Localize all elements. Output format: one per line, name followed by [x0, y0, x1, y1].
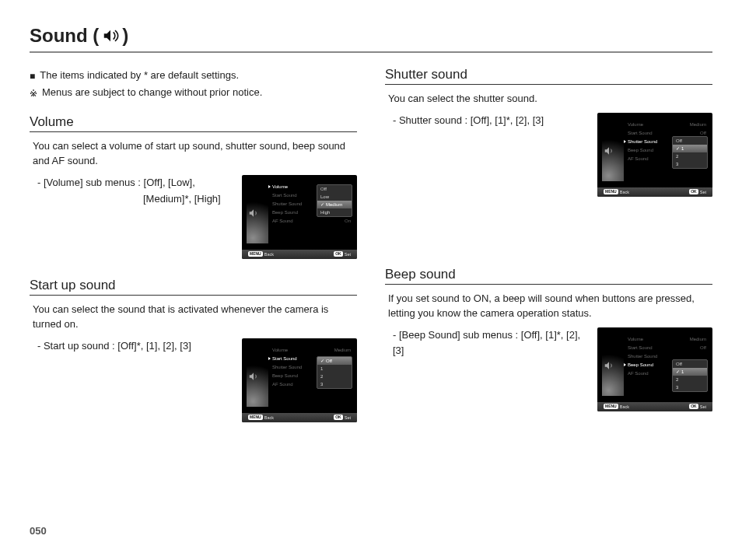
menu-tag: MENU	[248, 415, 263, 420]
submenu-high[interactable]: High	[317, 208, 352, 216]
ok-tag: OK	[689, 404, 698, 409]
submenu-off[interactable]: Off	[673, 137, 707, 145]
speaker-icon	[248, 208, 259, 219]
menu-item-af[interactable]: AF Sound	[624, 369, 657, 378]
menu-footer: MENU Back OK Set	[242, 250, 357, 259]
content-columns: ■ The items indicated by * are default s…	[30, 67, 712, 441]
submenu-3[interactable]: 3	[673, 383, 707, 391]
menu-tag: MENU	[248, 251, 263, 257]
volume-body: You can select a volume of start up soun…	[30, 138, 357, 169]
menu-item-volume[interactable]: Volume	[624, 121, 657, 129]
menu-item-start[interactable]: Start Sound	[624, 129, 657, 138]
square-bullet-icon: ■	[30, 68, 35, 84]
volume-options-l2: [Medium]*, [High]	[30, 191, 234, 208]
submenu-3[interactable]: 3	[673, 160, 707, 168]
menu-right-values: Medium Off	[690, 335, 706, 352]
submenu-off[interactable]: Off	[317, 185, 352, 193]
set-label: Set	[345, 415, 351, 420]
ok-tag: OK	[689, 189, 698, 194]
title-rule	[30, 51, 712, 53]
shutter-menu-screenshot: Volume Start Sound Shutter Sound Beep So…	[597, 113, 712, 197]
notes-block: ■ The items indicated by * are default s…	[30, 67, 357, 102]
set-label: Set	[700, 404, 706, 409]
submenu-low[interactable]: Low	[317, 193, 352, 201]
note-text: The items indicated by * are default set…	[40, 67, 239, 84]
title-suffix: )	[122, 25, 128, 47]
speaker-icon	[604, 360, 614, 371]
shutter-body: You can select the shutter sound.	[385, 91, 712, 107]
beep-menu-screenshot: Volume Start Sound Shutter Sound Beep So…	[597, 327, 712, 411]
menu-item-beep[interactable]: Beep Sound	[624, 146, 657, 155]
submenu-off[interactable]: Off	[673, 360, 707, 368]
startup-options: - Start up sound : [Off]*, [1], [2], [3]	[30, 338, 234, 355]
menu-item-shutter[interactable]: Shutter Sound	[268, 363, 302, 372]
menu-right-values: Medium	[334, 346, 351, 355]
menu-item-af[interactable]: AF Sound	[624, 155, 657, 163]
menu-footer: MENU Back OK Set	[597, 402, 712, 411]
menu-footer: MENU Back OK Set	[597, 187, 712, 197]
startup-submenu: Off 1 2 3	[317, 356, 352, 389]
menu-right-values: Medium Off	[690, 121, 706, 138]
submenu-1[interactable]: 1	[673, 145, 707, 152]
volume-menu-screenshot: Volume Start Sound Shutter Sound Beep So…	[242, 175, 357, 259]
menu-left-list: Volume Start Sound Shutter Sound Beep So…	[624, 121, 657, 163]
menu-item-volume[interactable]: Volume	[268, 183, 302, 191]
page-title: Sound ( )	[30, 25, 712, 47]
section-volume: Volume You can select a volume of start …	[30, 114, 357, 259]
startup-body: You can select the sound that is activat…	[30, 302, 357, 332]
ok-tag: OK	[334, 415, 343, 420]
menu-item-start[interactable]: Start Sound	[624, 344, 657, 352]
menu-item-volume[interactable]: Volume	[268, 346, 302, 355]
volume-submenu: Off Low Medium High	[317, 184, 352, 217]
menu-item-beep[interactable]: Beep Sound	[624, 361, 657, 369]
menu-left-list: Volume Start Sound Shutter Sound Beep So…	[624, 335, 657, 378]
menu-tag: MENU	[604, 189, 618, 194]
menu-item-beep[interactable]: Beep Sound	[268, 208, 302, 217]
menu-item-shutter[interactable]: Shutter Sound	[624, 138, 657, 146]
back-label: Back	[264, 252, 274, 257]
submenu-2[interactable]: 2	[673, 152, 707, 160]
submenu-medium[interactable]: Medium	[317, 201, 352, 208]
menu-item-start[interactable]: Start Sound	[268, 191, 302, 200]
menu-item-beep[interactable]: Beep Sound	[268, 372, 302, 380]
section-rule	[30, 295, 357, 296]
section-shutter: Shutter sound You can select the shutter…	[385, 67, 712, 197]
menu-item-shutter[interactable]: Shutter Sound	[624, 352, 657, 361]
menu-item-volume[interactable]: Volume	[624, 335, 657, 344]
volume-options-l1: - [Volume] sub menus : [Off], [Low],	[30, 175, 234, 191]
section-title: Volume	[30, 114, 357, 130]
section-rule	[385, 84, 712, 85]
speaker-icon	[248, 371, 259, 382]
note-default: ■ The items indicated by * are default s…	[30, 67, 357, 84]
speaker-icon	[102, 27, 119, 44]
right-column: Shutter sound You can select the shutter…	[385, 67, 712, 441]
ok-tag: OK	[334, 251, 343, 257]
menu-tag: MENU	[604, 404, 618, 409]
reference-mark-icon: ※	[30, 86, 37, 101]
shutter-submenu: Off 1 2 3	[672, 136, 708, 169]
beep-options: - [Beep Sound] sub menus : [Off], [1]*, …	[385, 327, 590, 360]
menu-item-start[interactable]: Start Sound	[268, 355, 302, 363]
page-number: 050	[30, 525, 47, 537]
submenu-1[interactable]: 1	[673, 368, 707, 376]
menu-item-shutter[interactable]: Shutter Sound	[268, 200, 302, 208]
back-label: Back	[264, 415, 274, 420]
shutter-options: - Shutter sound : [Off], [1]*, [2], [3]	[385, 113, 590, 129]
note-change: ※ Menus are subject to change without pr…	[30, 84, 357, 101]
back-label: Back	[620, 404, 629, 409]
submenu-1[interactable]: 1	[317, 365, 352, 373]
beep-body: If you set sound to ON, a beep will soun…	[385, 291, 712, 321]
submenu-off[interactable]: Off	[317, 357, 352, 365]
submenu-2[interactable]: 2	[317, 373, 352, 380]
menu-item-af[interactable]: AF Sound	[268, 217, 302, 226]
menu-item-af[interactable]: AF Sound	[268, 380, 302, 389]
left-column: ■ The items indicated by * are default s…	[30, 67, 357, 441]
menu-left-list: Volume Start Sound Shutter Sound Beep So…	[268, 346, 302, 389]
set-label: Set	[345, 252, 351, 257]
submenu-3[interactable]: 3	[317, 380, 352, 388]
section-title: Shutter sound	[385, 67, 712, 82]
submenu-2[interactable]: 2	[673, 376, 707, 383]
menu-left-list: Volume Start Sound Shutter Sound Beep So…	[268, 183, 302, 226]
startup-menu-screenshot: Volume Start Sound Shutter Sound Beep So…	[242, 338, 357, 422]
title-prefix: Sound (	[30, 25, 99, 47]
